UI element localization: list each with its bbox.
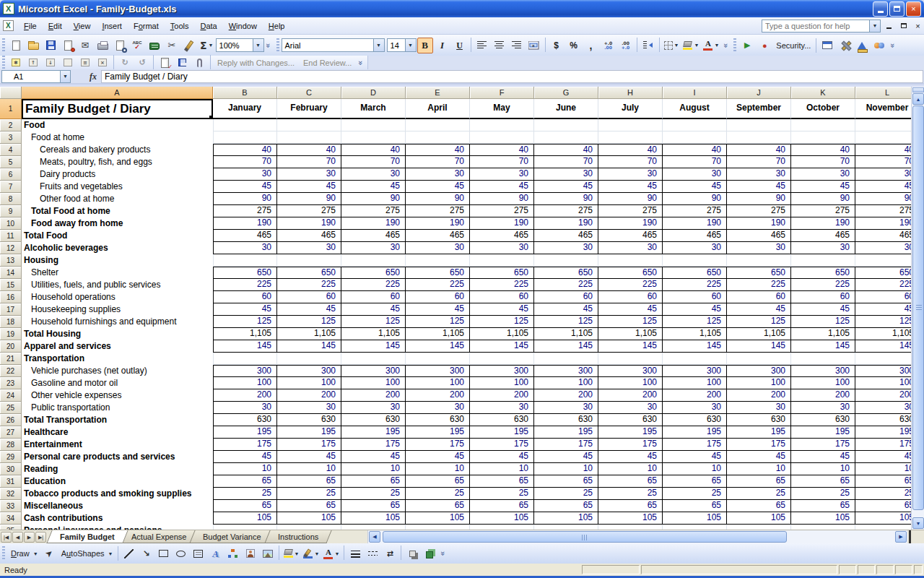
cell-E14[interactable]: 650	[406, 267, 470, 279]
cell-F2[interactable]	[470, 119, 534, 131]
cell-C3[interactable]	[277, 131, 341, 144]
cell-H30[interactable]: 10	[598, 463, 663, 475]
cell-C28[interactable]: 175	[277, 439, 341, 451]
record-macro-icon[interactable]: ●	[757, 38, 772, 53]
cell-A11[interactable]: Total Food	[22, 230, 213, 242]
comment-delete-icon[interactable]: ×	[95, 55, 110, 71]
cell-D19[interactable]: 1,105	[341, 328, 406, 340]
cell-F3[interactable]	[470, 131, 534, 144]
cell-C12[interactable]: 30	[277, 242, 341, 254]
line-color-icon[interactable]: ▼	[302, 545, 321, 561]
cell-K10[interactable]: 190	[791, 217, 855, 230]
cell-C27[interactable]: 195	[277, 426, 341, 439]
cell-I29[interactable]: 45	[663, 451, 727, 463]
cell-C29[interactable]: 45	[277, 451, 341, 463]
comment-next-icon[interactable]: ↓	[43, 55, 58, 71]
cell-H29[interactable]: 45	[598, 451, 663, 463]
cell-G31[interactable]: 65	[534, 475, 598, 488]
cell-G30[interactable]: 10	[534, 463, 598, 475]
cell-A9[interactable]: Total Food at home	[22, 205, 213, 217]
row-header-12[interactable]: 12	[0, 242, 22, 254]
cell-B15[interactable]: 225	[213, 279, 277, 291]
rect-icon[interactable]	[156, 545, 172, 561]
cell-D5[interactable]: 70	[341, 156, 406, 168]
cell-B11[interactable]: 465	[213, 230, 277, 242]
row-header-8[interactable]: 8	[0, 193, 22, 205]
cell-F8[interactable]: 90	[470, 193, 534, 205]
cell-B18[interactable]: 125	[213, 316, 277, 328]
cell-E30[interactable]: 10	[406, 463, 470, 475]
save-version-icon[interactable]	[174, 55, 190, 71]
diagram-icon[interactable]	[225, 545, 241, 561]
cell-C32[interactable]: 25	[277, 488, 341, 500]
cell-J30[interactable]: 10	[727, 463, 791, 475]
cell-K30[interactable]: 10	[791, 463, 855, 475]
close-button[interactable]: ×	[906, 1, 921, 17]
cell-G23[interactable]: 100	[534, 377, 598, 389]
cell-K4[interactable]: 40	[791, 144, 855, 156]
row-header-5[interactable]: 5	[0, 156, 22, 168]
cell-H20[interactable]: 145	[598, 340, 663, 353]
cell-G17[interactable]: 45	[534, 303, 598, 316]
horizontal-scrollbar[interactable]: ◀ ▶	[367, 530, 907, 543]
cell-G25[interactable]: 30	[534, 402, 598, 414]
cell-E12[interactable]: 30	[406, 242, 470, 254]
row-header-16[interactable]: 16	[0, 291, 22, 303]
cell-J34[interactable]: 105	[727, 512, 791, 525]
cell-I24[interactable]: 200	[663, 389, 727, 402]
restore-button[interactable]	[889, 1, 905, 17]
textbox-icon[interactable]	[191, 545, 206, 561]
cell-H16[interactable]: 60	[598, 291, 663, 303]
cell-L2[interactable]	[855, 119, 911, 131]
cell-J32[interactable]: 25	[727, 488, 791, 500]
cell-L22[interactable]: 300	[855, 365, 911, 377]
cell-G21[interactable]	[534, 353, 598, 365]
cell-J12[interactable]: 30	[727, 242, 791, 254]
dash-style-icon[interactable]	[365, 545, 380, 561]
cell-H21[interactable]	[598, 353, 663, 365]
cell-F31[interactable]: 65	[470, 475, 534, 488]
cell-G1[interactable]: June	[534, 99, 598, 119]
column-header-I[interactable]: I	[663, 87, 727, 99]
cell-A22[interactable]: Vehicle purchases (net outlay)	[22, 365, 213, 377]
arrow-icon[interactable]: ↘	[139, 545, 154, 561]
cell-I9[interactable]: 275	[663, 205, 727, 217]
cell-H14[interactable]: 650	[598, 267, 663, 279]
cell-A28[interactable]: Entertainment	[22, 439, 213, 451]
cell-C25[interactable]: 30	[277, 402, 341, 414]
cell-B23[interactable]: 100	[213, 377, 277, 389]
cell-A18[interactable]: Household furnishings and equipment	[22, 316, 213, 328]
cell-D13[interactable]	[341, 254, 406, 267]
cell-D27[interactable]: 195	[341, 426, 406, 439]
cell-D23[interactable]: 100	[341, 377, 406, 389]
vertical-scroll-thumb[interactable]	[912, 105, 924, 510]
cell-I2[interactable]	[663, 119, 727, 131]
column-header-L[interactable]: L	[855, 87, 911, 99]
cell-B10[interactable]: 190	[213, 217, 277, 230]
row-header-35[interactable]: 35	[0, 525, 22, 530]
picture-icon[interactable]	[260, 545, 276, 561]
cell-G16[interactable]: 60	[534, 291, 598, 303]
cell-G7[interactable]: 45	[534, 181, 598, 193]
cell-B9[interactable]: 275	[213, 205, 277, 217]
row-header-3[interactable]: 3	[0, 131, 22, 144]
cell-F23[interactable]: 100	[470, 377, 534, 389]
cell-I12[interactable]: 30	[663, 242, 727, 254]
cell-H2[interactable]	[598, 119, 663, 131]
toolbar-options-icon[interactable]	[264, 37, 274, 54]
cell-J24[interactable]: 200	[727, 389, 791, 402]
cell-B4[interactable]: 40	[213, 144, 277, 156]
cell-E17[interactable]: 45	[406, 303, 470, 316]
cell-D18[interactable]: 125	[341, 316, 406, 328]
cell-G11[interactable]: 465	[534, 230, 598, 242]
cell-A29[interactable]: Personal care products and services	[22, 451, 213, 463]
cell-L15[interactable]: 225	[855, 279, 911, 291]
cell-L17[interactable]: 45	[855, 303, 911, 316]
toolbar-drag-handle[interactable]	[733, 38, 736, 53]
cell-F20[interactable]: 145	[470, 340, 534, 353]
zoom-combobox[interactable]: 100%	[216, 38, 253, 52]
menu-help[interactable]: Help	[263, 19, 291, 33]
cell-D7[interactable]: 45	[341, 181, 406, 193]
cell-K35[interactable]	[791, 525, 855, 530]
cell-A27[interactable]: Healthcare	[22, 426, 213, 439]
